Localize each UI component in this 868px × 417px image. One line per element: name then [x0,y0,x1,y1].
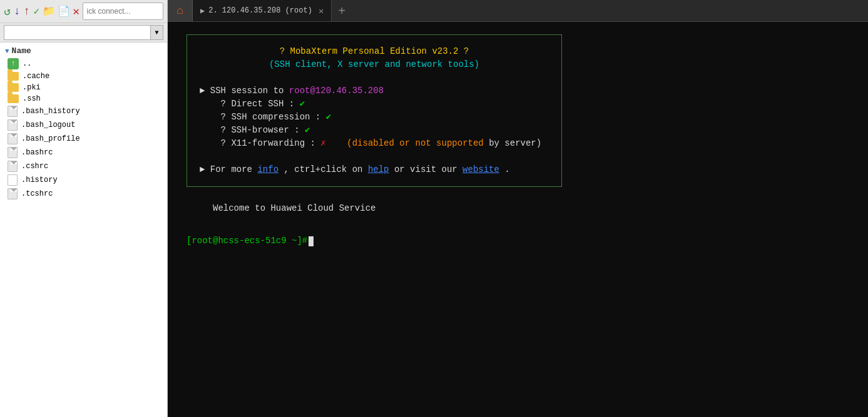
home-icon: ⌂ [176,4,183,17]
toolbar-icon-download[interactable]: ↓ [14,4,21,19]
path-bar: /root/ ▼ [0,23,167,43]
file-item-name: .cshrc [21,162,48,171]
list-item[interactable]: .bashrc [0,146,167,159]
terminal-prompt: [root@hcss-ecs-51c9 ~]# [186,234,307,248]
script-icon [8,106,18,117]
x11-not-supported: not supported [416,138,484,148]
ssh-compress-label: ? SSH compression : [200,112,326,122]
tab-terminal-icon: ▶ [200,6,205,16]
script-icon [8,188,18,199]
x11-cross: ✗ [320,138,325,148]
sidebar-toolbar: ↺ ↓ ↑ ✓ 📁 📄 ✕ [0,0,167,23]
tab-bar: ⌂ ▶ 2. 120.46.35.208 (root) ✕ + [168,0,868,22]
script-icon [8,147,18,158]
direct-ssh-checkmark: ✔ [300,99,305,109]
list-item[interactable]: .tcshrc [0,187,167,201]
terminal-tab-1[interactable]: ▶ 2. 120.46.35.208 (root) ✕ [193,0,332,21]
toolbar-icon-folder[interactable]: 📁 [43,4,55,19]
file-item-name: .bash_history [21,107,80,116]
tree-header-label: Name [12,46,31,56]
folder-icon [8,83,19,92]
ssh-browser-checkmark: ✔ [305,125,310,135]
quick-connect-input[interactable] [83,3,164,20]
info-link[interactable]: info [257,164,278,174]
for-more-text: For more [210,164,258,174]
parent-folder-icon: ↑ [8,58,19,69]
ssh-session-line: ► SSH session to root@120.46.35.208 [200,84,549,98]
direct-ssh-line: ? Direct SSH : ✔ [200,98,549,111]
terminal-tab-label: 2. 120.46.35.208 (root) [208,6,312,15]
folder-icon [8,72,19,81]
list-item[interactable]: .bash_history [0,104,167,118]
toolbar-icon-check[interactable]: ✓ [33,4,41,19]
arrow2-symbol: ► [200,164,210,174]
script-icon [8,133,18,144]
arrow-symbol: ► [200,86,210,96]
tree-header: ▼ Name [0,45,167,57]
info-subtitle: (SSH client, X server and network tools) [269,59,479,69]
toolbar-icon-refresh[interactable]: ↺ [4,4,11,19]
welcome-message: Welcome to Huawei Cloud Service [213,203,375,213]
script-icon [8,161,18,172]
main-area: ⌂ ▶ 2. 120.46.35.208 (root) ✕ + ? MobaXt… [168,0,868,417]
path-dropdown-button[interactable]: ▼ [151,25,163,40]
x11-disabled-text: (disabled or [347,138,415,148]
ssh-compression-line: ? SSH compression : ✔ [200,111,549,124]
info-line-2: (SSH client, X server and network tools) [200,58,549,71]
toolbar-icon-close[interactable]: ✕ [73,4,80,19]
toolbar-icon-file[interactable]: 📄 [58,4,70,19]
x11-line: ? X11-forwarding : ✗ (disabled or not su… [200,137,549,150]
or-visit-text: or visit our [394,164,462,174]
direct-ssh-label: ? Direct SSH : [200,99,300,109]
x11-space [331,138,342,148]
path-input[interactable]: /root/ [4,25,151,40]
terminal-content[interactable]: ? MobaXterm Personal Edition v23.2 ? (SS… [168,22,868,417]
ssh-browser-label: ? SSH-browser : [200,125,305,135]
list-item[interactable]: .cache [0,71,167,82]
prompt-line: [root@hcss-ecs-51c9 ~]# [186,234,849,248]
session-user: root@120.46.35.208 [289,86,384,96]
plain-file-icon [8,174,18,186]
x11-by-server: by server) [489,138,541,148]
toolbar-icon-upload[interactable]: ↑ [23,4,31,19]
info-title: ? MobaXterm Personal Edition v23.2 ? [280,46,469,56]
file-item-name: .tcshrc [21,189,53,198]
list-item[interactable]: .bash_profile [0,132,167,146]
file-item-name: .ssh [23,94,41,103]
info-box: ? MobaXterm Personal Edition v23.2 ? (SS… [186,34,562,187]
help-link[interactable]: help [368,164,389,174]
folder-icon [8,94,19,103]
info-line-1: ? MobaXterm Personal Edition v23.2 ? [200,45,549,58]
period: . [504,164,509,174]
home-tab[interactable]: ⌂ [168,0,193,21]
welcome-line: Welcome to Huawei Cloud Service [186,202,849,215]
file-item-name: .history [21,176,58,184]
terminal-cursor [309,236,314,246]
welcome-text [186,203,208,213]
tree-expand-arrow: ▼ [5,48,9,55]
more-info-line: ► For more info , ctrl+click on help or … [200,163,549,176]
list-item[interactable]: .pki [0,82,167,93]
file-item-name: .bashrc [21,148,53,157]
file-tree: ▼ Name ↑ .. .cache .pki .ssh .bash_histo… [0,43,167,417]
ctrl-click-text: , ctrl+click on [283,164,367,174]
new-tab-button[interactable]: + [332,0,352,21]
session-label: SSH session to [210,86,284,96]
x11-label: ? X11-forwarding : [200,138,320,148]
file-item-name: .cache [23,72,49,81]
ssh-compress-checkmark: ✔ [326,112,331,122]
list-item[interactable]: .history [0,173,167,187]
ssh-browser-line: ? SSH-browser : ✔ [200,124,549,137]
list-item[interactable]: .bash_logout [0,118,167,132]
website-link[interactable]: website [462,164,499,174]
list-item[interactable]: ↑ .. [0,57,167,71]
list-item[interactable]: .cshrc [0,159,167,173]
sidebar: ↺ ↓ ↑ ✓ 📁 📄 ✕ /root/ ▼ ▼ Name ↑ .. .cach… [0,0,168,417]
file-item-name: .. [23,59,31,68]
script-icon [8,119,18,131]
file-item-name: .pki [23,83,41,92]
file-item-name: .bash_logout [21,121,75,129]
list-item[interactable]: .ssh [0,93,167,104]
file-item-name: .bash_profile [21,134,80,143]
tab-close-button[interactable]: ✕ [319,6,324,16]
